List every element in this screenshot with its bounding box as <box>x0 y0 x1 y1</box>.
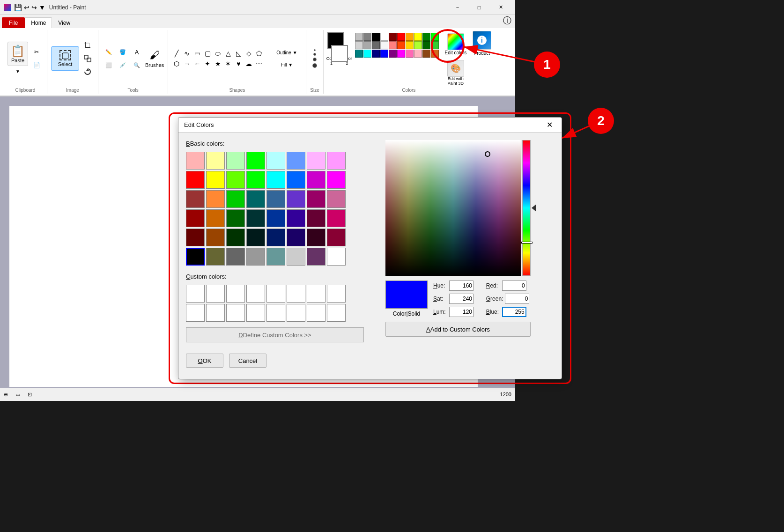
curve-shape[interactable]: ∿ <box>182 49 192 58</box>
palette-swatch[interactable] <box>431 33 439 41</box>
palette-swatch[interactable] <box>406 41 414 49</box>
basic-color-cell[interactable] <box>266 229 285 246</box>
tab-file[interactable]: File <box>2 17 25 28</box>
lum-input[interactable] <box>449 307 473 317</box>
custom-color-cell[interactable] <box>246 304 265 322</box>
product-button[interactable]: i Product <box>473 31 491 56</box>
palette-swatch[interactable] <box>397 50 405 58</box>
arrow-left-shape[interactable]: ← <box>192 59 202 68</box>
basic-color-cell[interactable] <box>206 152 225 170</box>
crop-button[interactable] <box>81 39 94 52</box>
custom-color-cell[interactable] <box>186 304 205 322</box>
basic-color-cell[interactable] <box>186 171 205 189</box>
basic-color-cell[interactable] <box>186 229 205 246</box>
arrow-right-shape[interactable]: → <box>182 59 192 68</box>
basic-color-cell[interactable] <box>226 152 245 170</box>
palette-swatch[interactable] <box>422 50 430 58</box>
basic-color-cell[interactable] <box>287 209 305 227</box>
custom-color-cell[interactable] <box>287 304 305 322</box>
paste-dropdown[interactable]: ▼ <box>9 67 26 75</box>
red-input[interactable] <box>502 281 526 291</box>
tab-view[interactable]: View <box>52 17 76 28</box>
heart-shape[interactable]: ♥ <box>234 59 243 68</box>
add-to-custom-colors-button[interactable]: AAdd to Custom Colors <box>385 322 531 337</box>
palette-swatch[interactable] <box>414 50 422 58</box>
hexagon-shape[interactable]: ⬡ <box>172 59 181 68</box>
basic-color-cell[interactable] <box>246 152 265 170</box>
tab-home[interactable]: Home <box>25 17 52 28</box>
palette-swatch[interactable] <box>414 33 422 41</box>
pentagon-shape[interactable]: ⬠ <box>254 49 264 58</box>
minimize-button[interactable]: − <box>447 0 468 15</box>
cloud-shape[interactable]: ☁ <box>244 59 253 68</box>
basic-color-cell[interactable] <box>327 229 346 246</box>
color-picker-button[interactable]: 💉 <box>116 59 129 71</box>
basic-color-cell[interactable] <box>287 190 305 208</box>
custom-color-cell[interactable] <box>206 304 225 322</box>
basic-color-cell[interactable] <box>327 248 346 266</box>
edit-colors-button[interactable]: Edit colors <box>442 31 470 58</box>
basic-color-cell[interactable] <box>226 209 245 227</box>
custom-color-cell[interactable] <box>327 304 346 322</box>
palette-swatch[interactable] <box>372 50 380 58</box>
define-custom-colors-button[interactable]: DDefine Custom Colors >> <box>186 327 364 342</box>
save-icon[interactable]: 💾 <box>14 4 22 11</box>
basic-color-cell[interactable] <box>287 171 305 189</box>
basic-color-cell[interactable] <box>246 171 265 189</box>
palette-swatch[interactable] <box>389 33 397 41</box>
copy-button[interactable]: 📄 <box>30 59 43 71</box>
basic-color-cell[interactable] <box>287 229 305 246</box>
basic-color-cell[interactable] <box>307 229 325 246</box>
dialog-close-button[interactable]: ✕ <box>543 118 556 132</box>
basic-color-cell[interactable] <box>307 152 325 170</box>
basic-color-cell[interactable] <box>266 152 285 170</box>
palette-swatch[interactable] <box>406 50 414 58</box>
fill-shape-button[interactable]: Fill ▼ <box>269 59 302 70</box>
custom-color-cell[interactable] <box>226 285 245 303</box>
basic-color-cell[interactable] <box>266 171 285 189</box>
palette-swatch[interactable] <box>372 33 380 41</box>
basic-color-cell[interactable] <box>246 209 265 227</box>
basic-color-cell[interactable] <box>206 171 225 189</box>
gradient-canvas[interactable] <box>385 140 521 276</box>
basic-color-cell[interactable] <box>287 152 305 170</box>
basic-color-cell-selected[interactable] <box>186 248 205 266</box>
cut-button[interactable]: ✂ <box>30 46 43 58</box>
blue-input[interactable] <box>502 307 526 317</box>
custom-color-cell[interactable] <box>206 285 225 303</box>
sat-input[interactable] <box>449 294 473 304</box>
line-shape[interactable]: ╱ <box>172 49 181 58</box>
palette-swatch[interactable] <box>363 41 371 49</box>
palette-swatch[interactable] <box>406 33 414 41</box>
rect-shape[interactable]: ▭ <box>192 49 202 58</box>
roundrect-shape[interactable]: ▢ <box>203 49 212 58</box>
palette-swatch[interactable] <box>397 33 405 41</box>
size-4[interactable] <box>312 63 317 68</box>
palette-swatch[interactable] <box>355 33 363 41</box>
custom-color-cell[interactable] <box>246 285 265 303</box>
custom-color-cell[interactable] <box>266 285 285 303</box>
palette-swatch[interactable] <box>422 41 430 49</box>
star4-shape[interactable]: ✦ <box>203 59 212 68</box>
basic-color-cell[interactable] <box>206 209 225 227</box>
triangle-shape[interactable]: △ <box>223 49 233 58</box>
undo-icon[interactable]: ↩ <box>24 4 30 11</box>
close-button[interactable]: ✕ <box>490 0 511 15</box>
diamond-shape[interactable]: ◇ <box>244 49 253 58</box>
basic-color-cell[interactable] <box>307 248 325 266</box>
pencil-button[interactable]: ✏️ <box>102 46 115 58</box>
outline-button[interactable]: Outline ▼ <box>269 47 302 58</box>
ok-button[interactable]: OOK <box>186 354 223 368</box>
palette-swatch[interactable] <box>355 50 363 58</box>
size-2[interactable] <box>313 53 316 56</box>
green-input[interactable] <box>505 294 529 304</box>
cancel-button[interactable]: Cancel <box>229 354 266 368</box>
custom-color-cell[interactable] <box>287 285 305 303</box>
basic-color-cell[interactable] <box>206 190 225 208</box>
palette-swatch[interactable] <box>431 50 439 58</box>
basic-color-cell[interactable] <box>327 190 346 208</box>
rightangle-shape[interactable]: ◺ <box>234 49 243 58</box>
basic-color-cell[interactable] <box>186 152 205 170</box>
maximize-button[interactable]: □ <box>468 0 490 15</box>
basic-color-cell[interactable] <box>246 229 265 246</box>
